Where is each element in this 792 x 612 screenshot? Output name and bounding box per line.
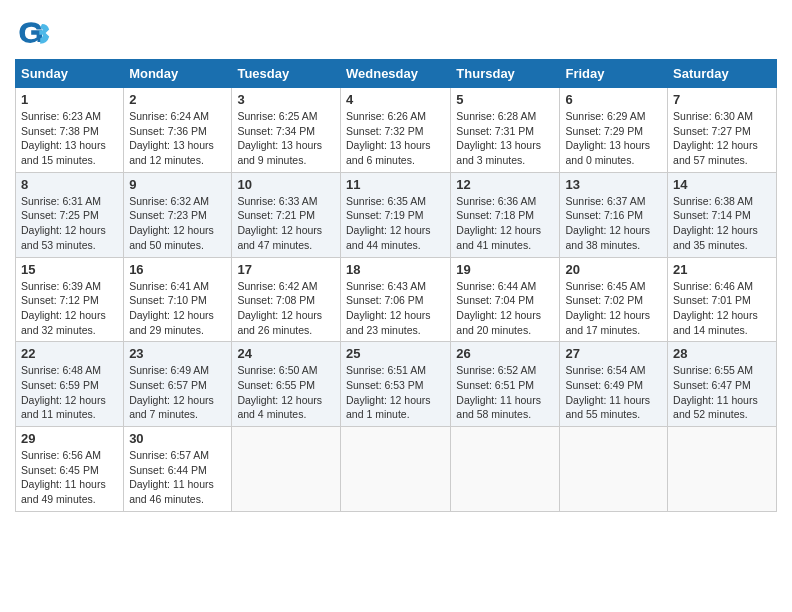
day-info-line: Sunset: 7:34 PM [237,125,315,137]
day-info: Sunrise: 6:33 AMSunset: 7:21 PMDaylight:… [237,194,335,253]
day-number: 3 [237,92,335,107]
day-info-line: Daylight: 13 hours [565,139,650,151]
day-info-line: Sunset: 6:44 PM [129,464,207,476]
day-number: 23 [129,346,226,361]
day-number: 15 [21,262,118,277]
day-info-line: Sunrise: 6:48 AM [21,364,101,376]
calendar-header-row: SundayMondayTuesdayWednesdayThursdayFrid… [16,60,777,88]
day-info-line: and 1 minute. [346,408,410,420]
day-number: 21 [673,262,771,277]
day-info-line: Sunset: 7:31 PM [456,125,534,137]
day-info-line: and 14 minutes. [673,324,748,336]
day-info-line: Sunrise: 6:30 AM [673,110,753,122]
day-info: Sunrise: 6:50 AMSunset: 6:55 PMDaylight:… [237,363,335,422]
col-header-saturday: Saturday [668,60,777,88]
day-info-line: Sunset: 7:27 PM [673,125,751,137]
day-number: 29 [21,431,118,446]
day-info: Sunrise: 6:44 AMSunset: 7:04 PMDaylight:… [456,279,554,338]
day-info-line: and 57 minutes. [673,154,748,166]
day-info-line: and 44 minutes. [346,239,421,251]
day-info-line: Sunrise: 6:56 AM [21,449,101,461]
day-number: 25 [346,346,445,361]
day-info-line: Sunset: 7:38 PM [21,125,99,137]
day-info-line: Sunset: 7:23 PM [129,209,207,221]
day-info-line: Daylight: 12 hours [456,224,541,236]
calendar-cell [340,427,450,512]
day-number: 10 [237,177,335,192]
day-info-line: Daylight: 12 hours [673,309,758,321]
logo [15,15,55,51]
day-info-line: Sunrise: 6:38 AM [673,195,753,207]
page: SundayMondayTuesdayWednesdayThursdayFrid… [0,0,792,527]
day-info-line: and 49 minutes. [21,493,96,505]
day-info-line: Daylight: 12 hours [565,224,650,236]
calendar-cell: 12Sunrise: 6:36 AMSunset: 7:18 PMDayligh… [451,172,560,257]
day-info: Sunrise: 6:38 AMSunset: 7:14 PMDaylight:… [673,194,771,253]
calendar-cell: 13Sunrise: 6:37 AMSunset: 7:16 PMDayligh… [560,172,668,257]
col-header-monday: Monday [124,60,232,88]
day-info-line: Sunset: 7:14 PM [673,209,751,221]
day-info-line: Sunset: 7:25 PM [21,209,99,221]
day-info-line: Sunrise: 6:50 AM [237,364,317,376]
day-info-line: Daylight: 12 hours [237,224,322,236]
day-info: Sunrise: 6:42 AMSunset: 7:08 PMDaylight:… [237,279,335,338]
day-info-line: and 46 minutes. [129,493,204,505]
day-info-line: Sunrise: 6:44 AM [456,280,536,292]
day-number: 28 [673,346,771,361]
day-info-line: Daylight: 13 hours [456,139,541,151]
day-info-line: Sunrise: 6:39 AM [21,280,101,292]
calendar-week-5: 29Sunrise: 6:56 AMSunset: 6:45 PMDayligh… [16,427,777,512]
header [15,10,777,51]
day-info: Sunrise: 6:41 AMSunset: 7:10 PMDaylight:… [129,279,226,338]
day-info-line: and 58 minutes. [456,408,531,420]
day-info-line: and 29 minutes. [129,324,204,336]
calendar-cell: 1Sunrise: 6:23 AMSunset: 7:38 PMDaylight… [16,88,124,173]
calendar-cell: 7Sunrise: 6:30 AMSunset: 7:27 PMDaylight… [668,88,777,173]
day-number: 4 [346,92,445,107]
calendar-cell: 16Sunrise: 6:41 AMSunset: 7:10 PMDayligh… [124,257,232,342]
calendar-cell: 22Sunrise: 6:48 AMSunset: 6:59 PMDayligh… [16,342,124,427]
day-info-line: Sunset: 7:19 PM [346,209,424,221]
day-info-line: Sunset: 7:06 PM [346,294,424,306]
calendar-cell [232,427,341,512]
day-number: 7 [673,92,771,107]
day-info-line: Daylight: 12 hours [346,309,431,321]
calendar-cell [668,427,777,512]
day-info-line: Sunrise: 6:24 AM [129,110,209,122]
calendar-cell: 26Sunrise: 6:52 AMSunset: 6:51 PMDayligh… [451,342,560,427]
day-info-line: and 26 minutes. [237,324,312,336]
day-info-line: and 17 minutes. [565,324,640,336]
calendar-cell [451,427,560,512]
day-info-line: Sunrise: 6:35 AM [346,195,426,207]
day-info: Sunrise: 6:29 AMSunset: 7:29 PMDaylight:… [565,109,662,168]
day-info-line: and 23 minutes. [346,324,421,336]
day-info: Sunrise: 6:26 AMSunset: 7:32 PMDaylight:… [346,109,445,168]
day-info-line: Daylight: 13 hours [21,139,106,151]
calendar-cell [560,427,668,512]
day-info-line: Sunset: 7:01 PM [673,294,751,306]
day-info-line: Sunrise: 6:45 AM [565,280,645,292]
day-info: Sunrise: 6:32 AMSunset: 7:23 PMDaylight:… [129,194,226,253]
day-info-line: and 53 minutes. [21,239,96,251]
day-info: Sunrise: 6:46 AMSunset: 7:01 PMDaylight:… [673,279,771,338]
day-info-line: and 52 minutes. [673,408,748,420]
calendar-cell: 20Sunrise: 6:45 AMSunset: 7:02 PMDayligh… [560,257,668,342]
day-info-line: Daylight: 12 hours [346,224,431,236]
day-info-line: and 3 minutes. [456,154,525,166]
day-info-line: Daylight: 12 hours [565,309,650,321]
day-info: Sunrise: 6:56 AMSunset: 6:45 PMDaylight:… [21,448,118,507]
day-number: 14 [673,177,771,192]
calendar-cell: 27Sunrise: 6:54 AMSunset: 6:49 PMDayligh… [560,342,668,427]
day-number: 13 [565,177,662,192]
calendar-cell: 11Sunrise: 6:35 AMSunset: 7:19 PMDayligh… [340,172,450,257]
day-info-line: Daylight: 12 hours [129,309,214,321]
day-info-line: Daylight: 12 hours [673,224,758,236]
day-info-line: Sunrise: 6:33 AM [237,195,317,207]
day-info-line: Daylight: 12 hours [456,309,541,321]
day-info-line: Sunset: 7:16 PM [565,209,643,221]
day-info-line: Sunrise: 6:25 AM [237,110,317,122]
day-number: 20 [565,262,662,277]
day-number: 26 [456,346,554,361]
day-number: 12 [456,177,554,192]
day-info-line: and 41 minutes. [456,239,531,251]
